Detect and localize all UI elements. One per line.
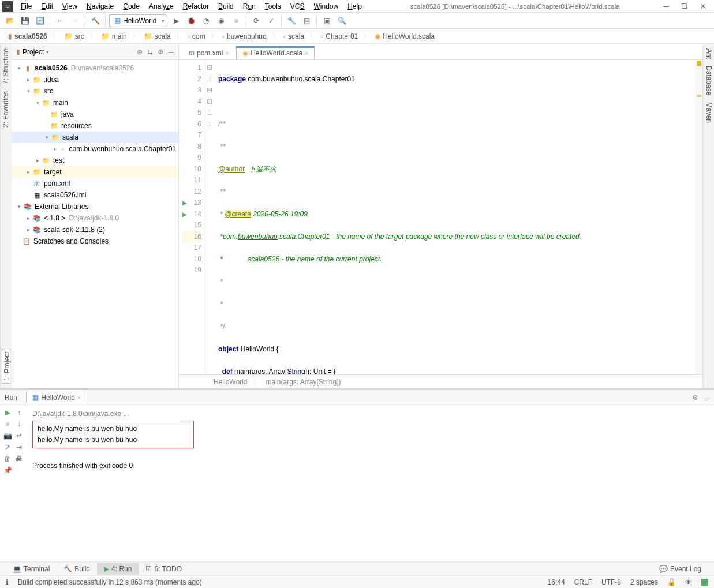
gear-icon[interactable]: ⚙ xyxy=(158,48,164,56)
crumb-method[interactable]: main(args: Array[String]) xyxy=(266,378,341,386)
forward-icon[interactable]: → xyxy=(69,14,81,27)
sync-icon[interactable]: 🔄 xyxy=(33,14,46,27)
indent-info[interactable]: 2 spaces xyxy=(630,578,658,586)
crumb-src[interactable]: 📁src xyxy=(61,31,88,42)
menu-vcs[interactable]: VCS xyxy=(286,1,309,12)
tree-src[interactable]: ▾📁src xyxy=(12,85,178,97)
tab-pom[interactable]: mpom.xml× xyxy=(182,46,235,59)
run-config-tab[interactable]: ▦HelloWorld× xyxy=(26,392,87,403)
tool-database-tab[interactable]: Database xyxy=(704,66,713,95)
up-icon[interactable]: ↑ xyxy=(14,409,24,417)
tab-todo[interactable]: ☑6: TODO xyxy=(139,563,189,575)
back-icon[interactable]: ← xyxy=(54,14,66,27)
project-title[interactable]: Project xyxy=(23,48,44,56)
console-output[interactable]: D:\java\jdk-1.8.0\bin\java.exe ... hello… xyxy=(27,405,714,561)
menu-code[interactable]: Code xyxy=(118,1,144,12)
menu-file[interactable]: File xyxy=(16,1,36,12)
save-icon[interactable]: 💾 xyxy=(18,14,31,27)
close-tab-icon[interactable]: × xyxy=(305,50,308,57)
crumb-main[interactable]: 📁main xyxy=(98,31,130,42)
build-icon[interactable]: 🔨 xyxy=(89,14,102,27)
open-icon[interactable]: 📂 xyxy=(3,14,16,27)
menu-run[interactable]: Run xyxy=(238,1,260,12)
settings-icon[interactable]: 🔧 xyxy=(285,14,298,27)
tree-scala[interactable]: ▾📁scala xyxy=(12,132,178,143)
code-editor[interactable]: 123456789101112 ▶13 ▶14 1516171819 ⊟⊥⊟⊟⊥… xyxy=(179,60,702,374)
tree-sdk[interactable]: ▸📚scala-sdk-2.11.8 (2) xyxy=(12,224,178,235)
crumb-file[interactable]: ◉HelloWorld.scala xyxy=(371,31,438,42)
tree-target[interactable]: ▸📁target xyxy=(12,166,178,178)
search-icon[interactable]: 🔍 xyxy=(335,14,348,27)
tab-build[interactable]: 🔨Build xyxy=(57,563,97,575)
menu-build[interactable]: Build xyxy=(214,1,238,12)
fold-gutter[interactable]: ⊟⊥⊟⊟⊥⊥ xyxy=(205,60,214,374)
tab-eventlog[interactable]: 💬Event Log xyxy=(652,563,708,575)
crumb-scala[interactable]: 📁scala xyxy=(140,31,174,42)
inspections-icon[interactable]: 👁 xyxy=(685,578,692,586)
pin-icon[interactable]: 📌 xyxy=(2,466,13,474)
readonly-icon[interactable]: 🔓 xyxy=(667,578,676,586)
down-icon[interactable]: ↓ xyxy=(14,420,24,428)
menu-window[interactable]: Window xyxy=(309,1,343,12)
menu-refactor[interactable]: Refactor xyxy=(178,1,214,12)
run-icon[interactable]: ▶ xyxy=(170,14,182,27)
tree-pom[interactable]: mpom.xml xyxy=(12,178,178,189)
menu-navigate[interactable]: Navigate xyxy=(82,1,118,12)
run-settings-icon[interactable]: ⚙ xyxy=(692,394,698,402)
tree-package[interactable]: ▸▫com.buwenbuhuo.scala.Chapter01 xyxy=(12,143,178,155)
stop-run-icon[interactable]: ■ xyxy=(2,420,13,428)
collapse-icon[interactable]: ⇆ xyxy=(147,48,153,56)
exit-icon[interactable]: ↗ xyxy=(2,443,13,451)
tool-maven-tab[interactable]: Maven xyxy=(704,102,713,123)
hide-icon[interactable]: ─ xyxy=(169,48,174,56)
tree-jdk[interactable]: ▸📚< 1.8 >D:\java\jdk-1.8.0 xyxy=(12,212,178,224)
vcs-commit-icon[interactable]: ✓ xyxy=(265,14,278,27)
tool-favorites-tab[interactable]: 2: Favorites xyxy=(2,91,10,128)
marker-bar[interactable] xyxy=(696,60,702,374)
tree-root[interactable]: ▾▮scala0526D:\maven\scala0526 xyxy=(12,62,178,74)
tree-main[interactable]: ▾📁main xyxy=(12,97,178,108)
maximize-icon[interactable]: ☐ xyxy=(681,2,687,10)
code-content[interactable]: package com.buwenbuhuo.scala.Chapter01 /… xyxy=(214,60,696,374)
structure-icon[interactable]: ▤ xyxy=(300,14,313,27)
menu-analyze[interactable]: Analyze xyxy=(144,1,178,12)
dump-icon[interactable]: 📷 xyxy=(2,432,13,440)
tree-iml[interactable]: ▦scala0526.iml xyxy=(12,189,178,201)
rerun-icon[interactable]: ▶ xyxy=(2,409,13,417)
tab-helloworld[interactable]: ◉HelloWorld.scala× xyxy=(236,46,315,59)
crumb-project[interactable]: ▮scala0526 xyxy=(5,31,51,42)
debug-icon[interactable]: 🐞 xyxy=(185,14,197,27)
tab-run[interactable]: ▶4: Run xyxy=(97,563,139,575)
crumb-com[interactable]: ▫com xyxy=(184,31,209,42)
locate-icon[interactable]: ⊕ xyxy=(137,48,143,56)
project-tree[interactable]: ▾▮scala0526D:\maven\scala0526 ▸📁.idea ▾📁… xyxy=(12,60,178,388)
tree-resources[interactable]: 📁resources xyxy=(12,120,178,132)
print-icon[interactable]: 🖶 xyxy=(14,455,24,463)
menu-tools[interactable]: Tools xyxy=(260,1,286,12)
stop-icon[interactable]: ■ xyxy=(230,14,242,27)
tab-terminal[interactable]: 💻Terminal xyxy=(6,563,57,575)
menu-edit[interactable]: Edit xyxy=(36,1,58,12)
caret-position[interactable]: 16:44 xyxy=(548,578,565,586)
run-hide-icon[interactable]: ─ xyxy=(704,394,709,402)
scroll-icon[interactable]: ⇥ xyxy=(14,443,24,451)
crumb-scala2[interactable]: ▫scala xyxy=(280,31,308,42)
crumb-class[interactable]: HelloWorld xyxy=(214,378,247,386)
close-icon[interactable]: ✕ xyxy=(700,2,706,10)
vcs-update-icon[interactable]: ⟳ xyxy=(250,14,263,27)
crumb-buwenbuhuo[interactable]: ▫buwenbuhuo xyxy=(219,31,270,42)
menu-view[interactable]: View xyxy=(58,1,82,12)
coverage-icon[interactable]: ◔ xyxy=(200,14,212,27)
status-icon[interactable]: ℹ xyxy=(6,578,9,586)
file-encoding[interactable]: UTF-8 xyxy=(601,578,621,586)
close-tab-icon[interactable]: × xyxy=(225,50,229,57)
minimize-icon[interactable]: ─ xyxy=(663,2,668,10)
tree-scratches[interactable]: 📋Scratches and Consoles xyxy=(12,235,178,247)
tree-test[interactable]: ▸📁test xyxy=(12,155,178,166)
warning-marker-icon[interactable] xyxy=(697,61,701,66)
sbt-icon[interactable]: ▣ xyxy=(320,14,333,27)
tree-idea[interactable]: ▸📁.idea xyxy=(12,74,178,85)
line-separator[interactable]: CRLF xyxy=(574,578,592,586)
menu-help[interactable]: Help xyxy=(343,1,367,12)
profile-icon[interactable]: ◉ xyxy=(215,14,227,27)
